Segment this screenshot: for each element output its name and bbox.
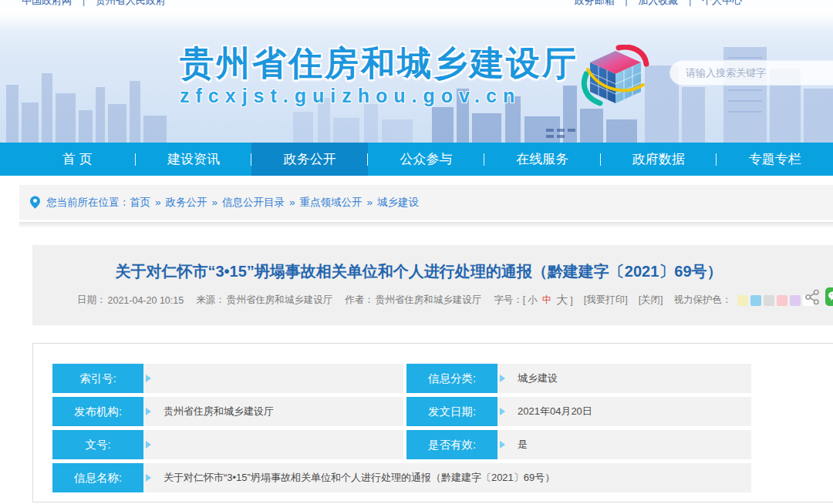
page: 中国政府网 | 贵州省人民政府 政务邮箱 | 加入收藏 | 个人中心 (0, 0, 833, 504)
breadcrumb-separator: » (367, 197, 373, 208)
top-link-bar: 中国政府网 | 贵州省人民政府 政务邮箱 | 加入收藏 | 个人中心 (0, 0, 833, 8)
print-button[interactable]: [我要打印] (584, 294, 628, 307)
wechat-share-button[interactable] (825, 287, 833, 306)
row-label-chip: 索引号: (52, 364, 143, 393)
breadcrumb-item-key-areas[interactable]: 重点领域公开 (300, 196, 363, 210)
close-button[interactable]: [关闭] (639, 294, 663, 307)
row-value (143, 364, 403, 393)
wechat-icon (828, 291, 833, 303)
nav-item-home[interactable]: 首 页 (19, 143, 136, 176)
eye-color-swatch[interactable] (750, 295, 761, 306)
fontsize-small-button[interactable]: 小 (528, 294, 538, 307)
table-row-issue-date: 发文日期: 2021年04月20日 (406, 397, 751, 426)
row-label-chip: 发布机构: (52, 397, 143, 426)
nav-item-public-participation[interactable]: 公众参与 (368, 143, 484, 176)
table-row-index-number: 索引号: (52, 364, 403, 393)
row-label-chip: 发文日期: (406, 397, 497, 426)
article-header-panel: 关于对仁怀市“3•15”坍塌事故相关单位和个人进行处理的通报（黔建建字〔2021… (32, 245, 833, 325)
breadcrumb-item-urban-rural[interactable]: 城乡建设 (377, 196, 419, 210)
table-row-issuing-agency: 发布机构: 贵州省住房和城乡建设厅 (52, 397, 403, 426)
header-mist-overlay (0, 8, 833, 32)
breadcrumb-separator: » (212, 197, 218, 208)
share-icon[interactable] (804, 289, 821, 305)
author-label: 作者： (345, 294, 374, 307)
row-value: 贵州省住房和城乡建设厅 (143, 397, 403, 426)
site-title: 贵州省住房和城乡建设厅 (180, 45, 578, 82)
breadcrumb: 您当前所在位置： 首页 » 政务公开 » 信息公开目录 » 重点领域公开 » 城… (19, 185, 833, 220)
link-personal-center[interactable]: 个人中心 (702, 0, 742, 6)
date-label: 日期： (77, 294, 106, 307)
row-value: 2021年04月20日 (497, 397, 751, 426)
search-box (669, 60, 833, 86)
eye-color-swatch[interactable] (764, 295, 774, 306)
top-links-left: 中国政府网 | 贵州省人民政府 (22, 0, 166, 8)
top-links-right: 政务邮箱 | 加入收藏 | 个人中心 (575, 0, 742, 8)
fontsize-large-button[interactable]: 大 (556, 293, 568, 307)
main-nav: 首 页 建设资讯 政务公开 公众参与 在线服务 政府数据 专题专栏 (0, 143, 833, 176)
eye-protect-label: 视力保护色： (674, 294, 732, 307)
site-header: 贵州省住房和城乡建设厅 zfcxjst.guizhou.gov.cn (0, 8, 833, 143)
fontsize-medium-button[interactable]: 中 (542, 294, 552, 307)
fontsize-bracket-end: ] (570, 295, 572, 306)
location-pin-icon (30, 196, 40, 209)
breadcrumb-separator: » (155, 197, 161, 208)
breadcrumb-separator: » (289, 197, 295, 208)
nav-item-special-topics[interactable]: 专题专栏 (717, 143, 833, 176)
row-value (143, 430, 403, 459)
eye-color-swatch[interactable] (790, 295, 801, 306)
breadcrumb-item-info-catalog[interactable]: 信息公开目录 (222, 196, 285, 210)
row-label-chip: 文号: (52, 430, 143, 459)
row-label-chip: 是否有效: (406, 430, 497, 459)
table-row-document-number: 文号: (52, 430, 403, 459)
author-value: 贵州省住房和城乡建设厅 (376, 294, 482, 307)
link-china-gov[interactable]: 中国政府网 (22, 0, 72, 6)
source-label: 来源： (196, 294, 225, 307)
link-guizhou-gov[interactable]: 贵州省人民政府 (96, 0, 166, 6)
info-table: 索引号: 信息分类: 城乡建设 发布机构: 贵州省住房和城乡建设厅 发文日期: … (52, 364, 833, 492)
article-meta-row: 日期： 2021-04-20 10:15 来源： 贵州省住房和城乡建设厅 作者：… (77, 293, 814, 307)
fontsize-label: 字号：[ (494, 294, 525, 307)
eye-color-swatch[interactable] (777, 295, 787, 306)
breadcrumb-item-gov-disclosure[interactable]: 政务公开 (166, 196, 207, 210)
date-value: 2021-04-20 10:15 (108, 295, 184, 306)
nav-item-gov-data[interactable]: 政府数据 (601, 143, 717, 176)
nav-item-construction-news[interactable]: 建设资讯 (136, 143, 252, 176)
nav-item-gov-disclosure[interactable]: 政务公开 (251, 143, 368, 176)
info-table-panel: 索引号: 信息分类: 城乡建设 发布机构: 贵州省住房和城乡建设厅 发文日期: … (32, 343, 833, 502)
breadcrumb-prefix: 您当前所在位置： (46, 196, 130, 210)
table-row-is-valid: 是否有效: 是 (406, 430, 751, 459)
page-title: 关于对仁怀市“3•15”坍塌事故相关单位和个人进行处理的通报（黔建建字〔2021… (32, 245, 805, 282)
row-label-chip: 信息分类: (406, 364, 497, 393)
row-label-chip: 信息名称: (52, 463, 143, 492)
row-value: 城乡建设 (497, 364, 751, 393)
top-link-separator: | (689, 0, 691, 6)
search-input[interactable] (684, 66, 826, 79)
breadcrumb-shadow (19, 222, 833, 227)
source-value: 贵州省住房和城乡建设厅 (227, 294, 333, 307)
eye-color-swatch[interactable] (737, 295, 748, 306)
site-url: zfcxjst.guizhou.gov.cn (180, 85, 578, 107)
table-row-info-name: 信息名称: 关于对仁怀市“3•15”坍塌事故相关单位和个人进行处理的通报（黔建建… (52, 463, 751, 492)
top-link-separator: | (83, 0, 85, 6)
row-value: 是 (497, 430, 751, 459)
breadcrumb-item-home[interactable]: 首页 (130, 196, 150, 210)
site-logo-cube-icon (578, 45, 653, 111)
top-link-separator: | (625, 0, 627, 6)
link-add-favorite[interactable]: 加入收藏 (638, 0, 678, 6)
share-buttons (804, 287, 833, 306)
site-logo-block: 贵州省住房和城乡建设厅 zfcxjst.guizhou.gov.cn (180, 45, 578, 107)
row-value: 关于对仁怀市“3•15”坍塌事故相关单位和个人进行处理的通报（黔建建字〔2021… (143, 463, 751, 492)
eye-protect-swatches (735, 295, 814, 306)
table-row-info-category: 信息分类: 城乡建设 (406, 364, 751, 393)
nav-item-online-services[interactable]: 在线服务 (484, 143, 601, 176)
link-gov-mailbox[interactable]: 政务邮箱 (575, 0, 615, 6)
